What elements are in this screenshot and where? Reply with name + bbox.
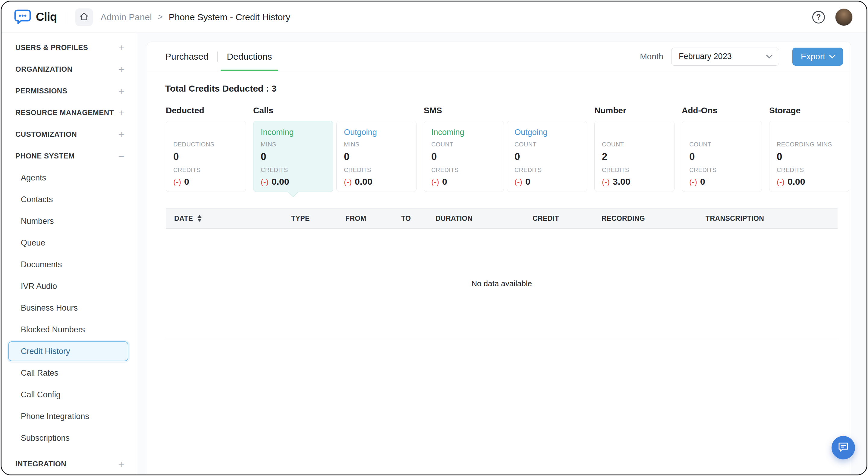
stat-direction: Outgoing xyxy=(344,128,409,141)
credits-value: 0 xyxy=(184,177,189,187)
stat-card-storage[interactable]: RECORDING MINS 0 CREDITS (-)0.00 xyxy=(769,121,849,192)
sidebar-section-permissions[interactable]: PERMISSIONS + xyxy=(1,80,137,102)
deductions-table: DATE TYPE FROM TO DURATION CREDIT RECORD… xyxy=(166,208,838,339)
expand-icon: + xyxy=(118,459,124,469)
sidebar-section-resource-management[interactable]: RESOURCE MANAGEMENT + xyxy=(1,102,137,124)
sidebar-item-business-hours[interactable]: Business Hours xyxy=(1,297,137,319)
sidebar-item-subscriptions[interactable]: Subscriptions xyxy=(1,427,137,449)
metric-value: 0 xyxy=(431,151,496,162)
stat-card-sms-incoming[interactable]: Incoming COUNT 0 CREDITS (-)0 xyxy=(424,121,504,192)
sidebar-item-call-rates[interactable]: Call Rates xyxy=(1,362,137,384)
column-label: CREDIT xyxy=(532,215,559,223)
tabs: Purchased Deductions xyxy=(159,42,278,71)
metric-value: 2 xyxy=(602,151,667,162)
sidebar-item-call-config[interactable]: Call Config xyxy=(1,384,137,406)
credits-value: 0 xyxy=(700,177,705,187)
metric-label: COUNT xyxy=(602,141,667,148)
stat-card-calls-outgoing[interactable]: Outgoing MINS 0 CREDITS (-)0.00 xyxy=(336,121,416,192)
credits-sign: (-) xyxy=(689,178,697,187)
credits-sign: (-) xyxy=(431,178,439,187)
chevron-down-icon xyxy=(766,52,772,58)
group-label: Deducted xyxy=(166,106,246,116)
sidebar-section-users-profiles[interactable]: USERS & PROFILES + xyxy=(1,37,137,58)
page-title: Phone System - Credit History xyxy=(169,12,290,22)
home-button[interactable] xyxy=(75,8,93,26)
sidebar-item-ivr-audio[interactable]: IVR Audio xyxy=(1,275,137,297)
expand-icon: + xyxy=(118,42,124,53)
sidebar-section-integration[interactable]: INTEGRATION + xyxy=(1,453,137,475)
metric-label: COUNT xyxy=(431,141,496,148)
export-button[interactable]: Export xyxy=(792,47,843,66)
column-label: TRANSCRIPTION xyxy=(706,215,764,223)
sidebar-item-phone-integrations[interactable]: Phone Integrations xyxy=(1,406,137,427)
app-window: Cliq Admin Panel > Phone System - Credit… xyxy=(1,1,867,475)
cliq-logo-icon xyxy=(14,9,31,26)
column-label: TO xyxy=(401,215,411,223)
sidebar-section-customization[interactable]: CUSTOMIZATION + xyxy=(1,124,137,145)
collapse-icon: − xyxy=(118,151,124,161)
credits-label: CREDITS xyxy=(689,167,754,173)
summary-group-deducted: Deducted DEDUCTIONS 0 CREDITS (-)0 xyxy=(166,106,246,192)
group-label: Calls xyxy=(253,106,416,116)
export-label: Export xyxy=(801,52,825,61)
credits-value: 0.00 xyxy=(272,177,289,187)
stat-card-add-ons[interactable]: COUNT 0 CREDITS (-)0 xyxy=(682,121,762,192)
credits-label: CREDITS xyxy=(173,167,239,173)
credits-label: CREDITS xyxy=(777,167,842,173)
month-dropdown[interactable]: February 2023 xyxy=(671,47,779,66)
admin-sidebar: USERS & PROFILES + ORGANIZATION + PERMIS… xyxy=(1,33,137,475)
sidebar-item-blocked-numbers[interactable]: Blocked Numbers xyxy=(1,319,137,341)
credits-label: CREDITS xyxy=(261,167,326,173)
stat-direction: Outgoing xyxy=(515,128,580,141)
metric-label: COUNT xyxy=(515,141,580,148)
credit-history-panel: Purchased Deductions Month February 2023… xyxy=(147,41,851,475)
credits-sign: (-) xyxy=(515,178,522,187)
user-avatar[interactable] xyxy=(835,8,852,26)
credits-value: 0.00 xyxy=(787,177,805,187)
tab-purchased[interactable]: Purchased xyxy=(159,42,214,71)
stat-direction: Incoming xyxy=(261,128,326,141)
summary-group-calls: Calls Incoming MINS 0 CREDITS (-)0.00 Ou… xyxy=(253,106,416,192)
credits-sign: (-) xyxy=(777,178,784,187)
metric-value: 0 xyxy=(173,151,239,162)
expand-icon: + xyxy=(118,129,124,139)
sidebar-item-numbers[interactable]: Numbers xyxy=(1,210,137,232)
column-label: DATE xyxy=(174,215,193,223)
column-header-date[interactable]: DATE xyxy=(174,215,291,223)
credits-value: 0 xyxy=(442,177,447,187)
stat-card-sms-outgoing[interactable]: Outgoing COUNT 0 CREDITS (-)0 xyxy=(507,121,587,192)
metric-value: 0 xyxy=(689,151,754,162)
breadcrumb: Admin Panel > Phone System - Credit Hist… xyxy=(101,12,290,22)
summary-group-sms: SMS Incoming COUNT 0 CREDITS (-)0 Outgoi… xyxy=(424,106,587,192)
sidebar-item-agents[interactable]: Agents xyxy=(1,167,137,189)
column-label: FROM xyxy=(345,215,366,223)
section-label: PHONE SYSTEM xyxy=(16,152,75,160)
tab-deductions[interactable]: Deductions xyxy=(221,42,278,71)
summary-group-storage: Storage RECORDING MINS 0 CREDITS (-)0.00 xyxy=(769,106,849,192)
metric-value: 0 xyxy=(344,151,409,162)
brand: Cliq xyxy=(14,9,57,26)
top-bar: Cliq Admin Panel > Phone System - Credit… xyxy=(1,1,867,33)
stat-card-number[interactable]: COUNT 2 CREDITS (-)3.00 xyxy=(594,121,675,192)
breadcrumb-admin-panel[interactable]: Admin Panel xyxy=(101,12,152,22)
topbar-actions: ? xyxy=(812,8,852,26)
column-header-type: TYPE xyxy=(291,215,345,223)
credits-label: CREDITS xyxy=(431,167,496,173)
sidebar-item-documents[interactable]: Documents xyxy=(1,254,137,275)
stat-card-calls-incoming[interactable]: Incoming MINS 0 CREDITS (-)0.00 xyxy=(253,121,333,192)
sidebar-section-phone-system[interactable]: PHONE SYSTEM − xyxy=(1,145,137,167)
support-chat-button[interactable] xyxy=(832,436,855,459)
credits-label: CREDITS xyxy=(344,167,409,173)
month-label: Month xyxy=(640,52,663,61)
sidebar-item-credit-history[interactable]: Credit History xyxy=(8,341,128,361)
brand-name: Cliq xyxy=(36,10,57,24)
panel-header: Purchased Deductions Month February 2023… xyxy=(147,42,851,71)
sidebar-item-contacts[interactable]: Contacts xyxy=(1,189,137,210)
help-button[interactable]: ? xyxy=(812,11,825,24)
sort-icon[interactable] xyxy=(197,215,202,222)
sidebar-section-organization[interactable]: ORGANIZATION + xyxy=(1,58,137,80)
credits-value: 0.00 xyxy=(355,177,372,187)
sidebar-item-queue[interactable]: Queue xyxy=(1,232,137,254)
stat-card-deducted[interactable]: DEDUCTIONS 0 CREDITS (-)0 xyxy=(166,121,246,192)
column-label: RECORDING xyxy=(601,215,645,223)
